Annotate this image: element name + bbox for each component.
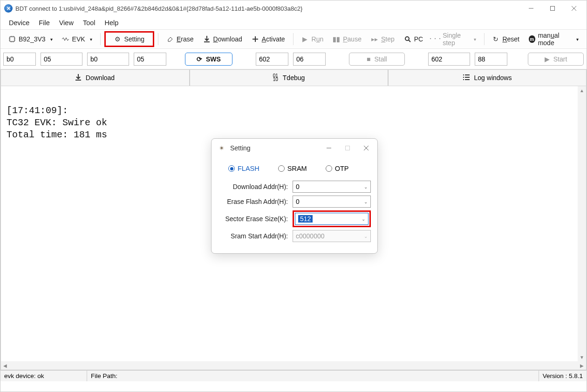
erase-button[interactable]: Erase: [162, 33, 198, 45]
input-c[interactable]: [87, 53, 129, 66]
scroll-right-icon[interactable]: ▶: [578, 361, 586, 370]
maximize-button[interactable]: [542, 1, 563, 15]
label-sram-addr: Sram Start Addr(H):: [218, 232, 288, 240]
window-title: BDT connect to 1:usb#vid_248a&pid_8266#7…: [15, 5, 520, 12]
setting-button[interactable]: ⚙ Setting: [104, 31, 155, 47]
radio-flash[interactable]: FLASH: [228, 165, 259, 172]
label-sector-size: Sector Erase Size(K):: [218, 215, 288, 223]
separator: [484, 33, 485, 45]
dialog-title: Setting: [230, 144, 320, 152]
scroll-up-icon[interactable]: ▲: [578, 86, 586, 95]
gear-icon: ⚙: [114, 35, 122, 43]
memory-type-radios: FLASH SRAM OTP: [218, 159, 371, 178]
run-button[interactable]: ▶ Run: [297, 33, 328, 45]
reset-label: Reset: [502, 35, 519, 43]
input-d[interactable]: [134, 53, 166, 66]
menu-device[interactable]: Device: [4, 17, 34, 28]
tab-log[interactable]: Log windows: [388, 69, 587, 86]
toolbar: B92_3V3 ▾ EVK ▾ ⚙ Setting Erase Download…: [0, 29, 587, 49]
setting-label: Setting: [124, 35, 145, 43]
stall-label: Stall: [375, 55, 387, 63]
status-version: Version : 5.8.1: [539, 371, 587, 381]
menu-view[interactable]: View: [55, 17, 78, 28]
run-label: Run: [312, 35, 324, 43]
plus-icon: [252, 35, 259, 43]
menubar: Device File View Tool Help: [0, 16, 587, 29]
manual-label: manual mode: [538, 32, 572, 47]
activate-button[interactable]: Activate: [247, 33, 289, 45]
menu-tool[interactable]: Tool: [78, 17, 100, 28]
download-icon: [75, 74, 81, 82]
single-label: Single step: [443, 32, 469, 47]
combo-sram-addr: c0000000⌄: [293, 230, 371, 242]
input-g[interactable]: [428, 53, 470, 66]
single-step-button[interactable]: ⠂⠂⠂ Single step ▾: [428, 29, 480, 49]
chip-select[interactable]: B92_3V3 ▾: [4, 33, 57, 45]
chevron-down-icon: ⌄: [364, 184, 368, 189]
menu-help[interactable]: Help: [100, 17, 123, 28]
manual-mode-select[interactable]: m manual mode ▾: [525, 29, 583, 49]
highlight-box: 512⌄: [293, 210, 371, 227]
pause-button[interactable]: ▮▮ Pause: [328, 33, 366, 45]
dialog-maximize-button: [338, 141, 357, 155]
play-icon: ▶: [545, 55, 550, 63]
close-button[interactable]: [563, 1, 585, 15]
svg-rect-29: [346, 146, 350, 150]
input-h[interactable]: [475, 53, 507, 66]
status-device: evk device: ok: [0, 371, 87, 381]
input-a[interactable]: [3, 53, 36, 66]
input-row: ⟳ SWS ■ Stall ▶ Start: [0, 49, 587, 69]
combo-sector-size[interactable]: 512⌄: [295, 213, 369, 225]
combo-erase-addr[interactable]: 0⌄: [293, 196, 371, 208]
input-e[interactable]: [256, 53, 288, 66]
stall-button[interactable]: ■ Stall: [349, 53, 405, 66]
mode-icon: m: [529, 35, 535, 43]
dialog-close-button[interactable]: [357, 141, 375, 155]
combo-value: c0000000: [296, 232, 325, 240]
scroll-left-icon[interactable]: ◀: [1, 361, 9, 370]
download-button[interactable]: Download: [199, 33, 246, 45]
radio-sram[interactable]: SRAM: [278, 165, 307, 172]
radio-sram-label: SRAM: [287, 165, 307, 172]
reset-button[interactable]: ↻ Reset: [488, 33, 524, 45]
menu-file[interactable]: File: [34, 17, 54, 28]
input-f[interactable]: [293, 53, 326, 66]
step-button[interactable]: ▸▸ Step: [367, 33, 399, 45]
dialog-minimize-button[interactable]: [320, 141, 338, 155]
sws-label: SWS: [206, 55, 221, 63]
radio-dot-icon: [326, 165, 332, 172]
label-erase-addr: Erase Flash Addr(H):: [218, 198, 288, 205]
vertical-scrollbar[interactable]: ▲ ▼: [578, 86, 586, 361]
setting-dialog: ✴ Setting FLASH SRAM OTP Download Addr(H…: [211, 138, 378, 254]
radio-otp[interactable]: OTP: [326, 165, 349, 172]
steps-icon: ⠂⠂⠂: [432, 35, 440, 43]
activate-label: Activate: [262, 35, 285, 43]
row-download-addr: Download Addr(H): 0⌄: [218, 181, 371, 193]
tab-tdebug-label: Tdebug: [283, 74, 305, 81]
svg-line-19: [409, 40, 410, 42]
start-button[interactable]: ▶ Start: [528, 53, 584, 66]
horizontal-scrollbar[interactable]: ◀ ▶: [1, 361, 586, 370]
tab-download[interactable]: Download: [0, 69, 190, 86]
refresh-icon: ⟳: [197, 55, 202, 63]
stop-icon: ■: [367, 55, 370, 63]
separator: [158, 33, 158, 45]
chevron-down-icon: ▾: [90, 37, 92, 42]
scroll-down-icon[interactable]: ▼: [578, 353, 586, 361]
row-erase-addr: Erase Flash Addr(H): 0⌄: [218, 196, 371, 208]
evk-select[interactable]: EVK ▾: [58, 33, 96, 45]
minimize-button[interactable]: [520, 1, 542, 15]
tab-tdebug[interactable]: 0110 Tdebug: [190, 69, 388, 86]
sws-button[interactable]: ⟳ SWS: [185, 53, 232, 66]
tab-download-label: Download: [86, 74, 115, 81]
radio-flash-label: FLASH: [238, 165, 259, 172]
dialog-titlebar: ✴ Setting: [212, 139, 377, 157]
pc-button[interactable]: PC: [400, 33, 427, 45]
binary-icon: 0110: [273, 74, 278, 81]
evk-label: EVK: [72, 35, 85, 43]
input-b[interactable]: [41, 53, 82, 66]
chip-icon: [8, 35, 16, 43]
dialog-body: FLASH SRAM OTP Download Addr(H): 0⌄ Eras…: [212, 157, 377, 253]
chevron-down-icon: ▾: [474, 37, 476, 42]
combo-download-addr[interactable]: 0⌄: [293, 181, 371, 193]
